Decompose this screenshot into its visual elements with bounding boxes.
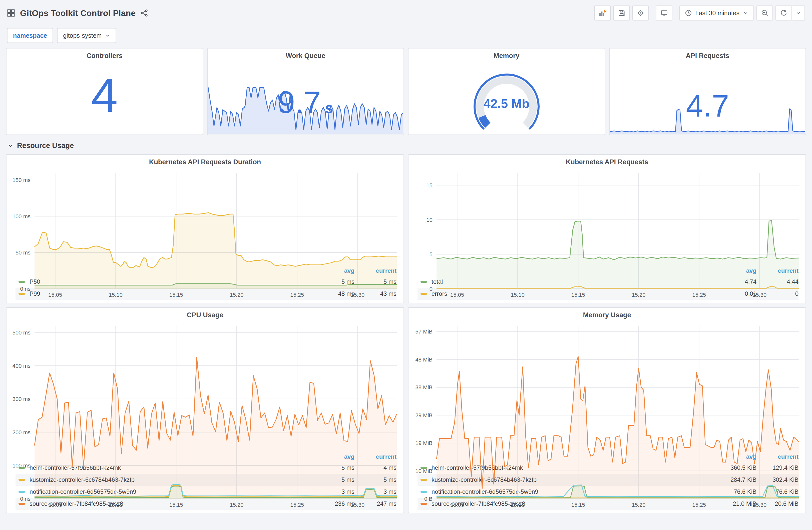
svg-text:38 MiB: 38 MiB [416,384,433,391]
chevron-down-icon [796,10,801,16]
panel-title[interactable]: API Requests [610,48,806,61]
svg-text:15:30: 15:30 [753,502,767,508]
svg-text:0 ns: 0 ns [20,496,30,502]
dashboard-header: GitOps Toolkit Control Plane ⚙ Last 30 m… [0,0,812,22]
svg-text:29 MiB: 29 MiB [416,412,433,418]
cpu-usage-plot[interactable]: 0 ns100 ms200 ms300 ms400 ms500 ms15:051… [6,321,404,451]
svg-text:48 MiB: 48 MiB [416,356,433,363]
svg-text:15:10: 15:10 [109,292,122,298]
svg-text:150 ms: 150 ms [13,177,30,183]
share-icon[interactable] [141,9,148,17]
api-requests-plot[interactable]: 05101515:0515:1015:1515:2015:2515:30 [408,168,806,265]
section-title: Resource Usage [17,142,74,150]
svg-text:10: 10 [426,217,433,223]
svg-text:15:30: 15:30 [351,292,364,298]
svg-text:15:30: 15:30 [753,292,767,298]
dashboard-settings-button[interactable]: ⚙ [633,5,649,20]
clock-icon [685,10,692,16]
save-dashboard-button[interactable] [613,5,630,20]
chevron-down-icon [743,10,749,16]
time-range-label: Last 30 minutes [695,10,740,17]
panel-title[interactable]: Memory Usage [408,308,806,321]
controllers-panel: Controllers 4 [6,48,203,135]
zoom-out-button[interactable] [756,5,773,20]
svg-text:15: 15 [426,182,433,189]
memory-usage-plot[interactable]: 0 B10 MiB19 MiB29 MiB38 MiB48 MiB57 MiB1… [408,321,806,451]
panel-title[interactable]: Kubernetes API Requests [408,155,806,168]
resource-usage-section-toggle[interactable]: Resource Usage [0,135,812,154]
api-requests-value: 4.7 [610,88,806,123]
svg-text:15:10: 15:10 [511,502,525,508]
chevron-down-icon [105,33,110,38]
tv-icon [661,9,668,17]
work-queue-value: 9.7s [208,85,404,120]
gear-icon: ⚙ [637,9,644,17]
memory-gauge-value: 42.5 Mb [408,97,605,111]
namespace-variable-label: namespace [7,28,53,43]
svg-text:15:25: 15:25 [290,292,304,298]
svg-text:15:05: 15:05 [48,292,62,298]
svg-text:15:20: 15:20 [230,292,243,298]
svg-text:15:15: 15:15 [571,502,585,508]
api-requests-panel: API Requests 4.7 [609,48,806,135]
svg-text:19 MiB: 19 MiB [416,440,433,446]
svg-text:15:20: 15:20 [632,502,646,508]
svg-text:100 ms: 100 ms [13,213,30,220]
svg-text:0: 0 [430,286,433,292]
dashboard-page: GitOps Toolkit Control Plane ⚙ Last 30 m… [0,0,812,513]
panel-title[interactable]: Work Queue [208,48,404,61]
time-range-picker[interactable]: Last 30 minutes [679,5,754,20]
svg-text:57 MiB: 57 MiB [416,328,433,335]
namespace-variable-value: gitops-system [63,32,102,39]
svg-text:0 ns: 0 ns [20,286,30,292]
refresh-icon [780,9,787,17]
add-panel-button[interactable] [594,5,611,20]
svg-text:15:30: 15:30 [351,502,364,508]
memory-gauge-panel: Memory 42.5 Mb [408,48,605,135]
cpu-usage-chart-panel: CPU Usage 0 ns100 ms200 ms300 ms400 ms50… [6,307,404,513]
api-requests-duration-plot[interactable]: 0 ns50 ms100 ms150 ms15:0515:1015:1515:2… [6,168,404,265]
svg-text:15:25: 15:25 [692,502,706,508]
svg-text:300 ms: 300 ms [13,396,30,402]
page-title: GitOps Toolkit Control Plane [20,8,135,18]
svg-text:15:10: 15:10 [109,502,122,508]
stat-panels-row: Controllers 4 Work Queue 9.7s Memory 42.… [0,48,812,135]
dashboard-toolbar: ⚙ Last 30 minutes [594,5,805,20]
dashboard-grid-icon [7,9,15,17]
charts-row-2: CPU Usage 0 ns100 ms200 ms300 ms400 ms50… [0,307,812,513]
svg-text:15:20: 15:20 [230,502,243,508]
api-requests-chart-panel: Kubernetes API Requests 05101515:0515:10… [408,154,806,303]
svg-text:15:25: 15:25 [692,292,706,298]
svg-text:10 MiB: 10 MiB [416,468,433,474]
svg-text:5: 5 [430,251,433,257]
panel-title[interactable]: CPU Usage [6,308,404,321]
refresh-interval-dropdown[interactable] [792,5,805,20]
api-requests-duration-chart-panel: Kubernetes API Requests Duration 0 ns50 … [6,154,404,303]
charts-row-1: Kubernetes API Requests Duration 0 ns50 … [0,154,812,303]
chevron-down-icon [8,143,14,149]
plus-icon [604,10,606,13]
svg-text:50 ms: 50 ms [15,250,30,256]
svg-text:500 ms: 500 ms [13,329,30,336]
panel-title[interactable]: Kubernetes API Requests Duration [6,155,404,168]
panel-title[interactable]: Memory [408,48,605,61]
svg-text:15:25: 15:25 [290,502,304,508]
namespace-variable-dropdown[interactable]: gitops-system [57,28,116,43]
refresh-button[interactable] [775,5,792,20]
svg-text:200 ms: 200 ms [13,429,30,436]
controllers-value: 4 [6,48,203,134]
svg-text:15:15: 15:15 [169,502,183,508]
cycle-view-mode-button[interactable] [656,5,672,20]
zoom-out-icon [761,9,768,17]
svg-text:15:05: 15:05 [450,502,464,508]
svg-text:0 B: 0 B [424,496,433,502]
svg-text:15:05: 15:05 [48,502,62,508]
work-queue-panel: Work Queue 9.7s [207,48,404,135]
svg-text:15:10: 15:10 [511,292,525,298]
svg-text:100 ms: 100 ms [13,462,30,469]
refresh-button-group [775,5,805,20]
svg-text:400 ms: 400 ms [13,363,30,369]
svg-text:15:15: 15:15 [571,292,585,298]
svg-text:15:05: 15:05 [450,292,464,298]
svg-text:15:20: 15:20 [632,292,646,298]
